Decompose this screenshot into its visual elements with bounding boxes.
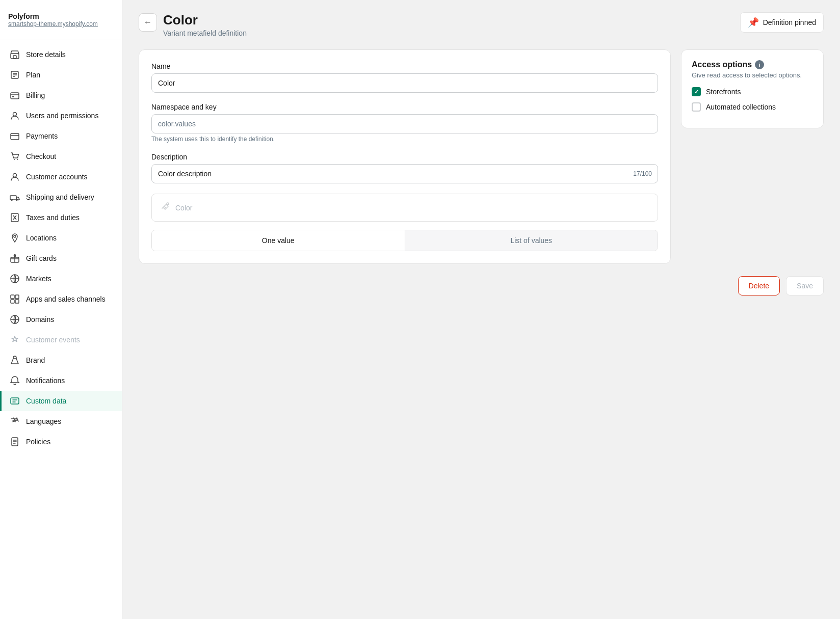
badge-label: Definition pinned bbox=[763, 18, 816, 26]
content-area: Name Namespace and key The system uses t… bbox=[139, 49, 824, 264]
storefronts-checkbox-item: Storefronts bbox=[692, 87, 813, 96]
svg-rect-3 bbox=[11, 93, 19, 99]
svg-rect-18 bbox=[15, 295, 19, 299]
color-type-box: Color bbox=[151, 194, 658, 222]
locations-icon bbox=[10, 233, 20, 243]
sidebar-item-users-permissions[interactable]: Users and permissions bbox=[0, 105, 122, 126]
apps-icon bbox=[10, 294, 20, 304]
sidebar-item-checkout[interactable]: Checkout bbox=[0, 146, 122, 167]
page-header-left: ← Color Variant metafield definition bbox=[139, 12, 247, 37]
sidebar-item-plan[interactable]: Plan bbox=[0, 65, 122, 85]
storefronts-label: Storefronts bbox=[706, 88, 741, 96]
form-card: Name Namespace and key The system uses t… bbox=[139, 49, 671, 264]
storefronts-checkbox[interactable] bbox=[692, 87, 701, 96]
sidebar-item-gift-cards[interactable]: Gift cards bbox=[0, 248, 122, 268]
delete-button[interactable]: Delete bbox=[738, 276, 780, 295]
color-picker-icon bbox=[160, 201, 170, 214]
brand-name: Polyform bbox=[8, 12, 114, 20]
svg-point-11 bbox=[12, 200, 13, 201]
sidebar-item-label: Store details bbox=[26, 50, 66, 59]
customer-accounts-icon bbox=[10, 172, 20, 182]
policies-icon bbox=[10, 437, 20, 447]
main-content: ← Color Variant metafield definition 📌 D… bbox=[122, 0, 840, 619]
name-input[interactable] bbox=[151, 73, 658, 93]
list-of-values-button[interactable]: List of values bbox=[405, 230, 658, 251]
sidebar-item-label: Locations bbox=[26, 234, 57, 242]
automated-collections-checkbox-item: Automated collections bbox=[692, 102, 813, 112]
sidebar-item-label: Users and permissions bbox=[26, 112, 98, 120]
customer-events-icon bbox=[10, 335, 20, 345]
automated-collections-label: Automated collections bbox=[706, 103, 776, 111]
sidebar-item-label: Policies bbox=[26, 438, 50, 446]
description-input[interactable] bbox=[151, 164, 658, 183]
sidebar-item-label: Payments bbox=[26, 132, 58, 140]
sidebar-item-customer-accounts[interactable]: Customer accounts bbox=[0, 167, 122, 187]
sidebar-item-label: Checkout bbox=[26, 152, 56, 160]
notifications-icon bbox=[10, 375, 20, 386]
sidebar-item-shipping-delivery[interactable]: Shipping and delivery bbox=[0, 187, 122, 207]
namespace-input[interactable] bbox=[151, 114, 658, 133]
brand-section: Polyform smartshop-theme.myshopify.com bbox=[0, 8, 122, 36]
sidebar-item-label: Customer accounts bbox=[26, 173, 88, 181]
sidebar-item-billing[interactable]: Billing bbox=[0, 85, 122, 105]
svg-rect-4 bbox=[12, 96, 14, 97]
sidebar-item-label: Plan bbox=[26, 71, 40, 79]
description-label: Description bbox=[151, 153, 658, 161]
sidebar-item-label: Customer events bbox=[26, 336, 80, 344]
sidebar-item-locations[interactable]: Locations bbox=[0, 228, 122, 248]
svg-point-12 bbox=[17, 200, 18, 201]
sidebar-item-label: Brand bbox=[26, 356, 45, 364]
namespace-label: Namespace and key bbox=[151, 103, 658, 111]
sidebar-item-markets[interactable]: Markets bbox=[0, 268, 122, 289]
sidebar-item-customer-events[interactable]: Customer events bbox=[0, 330, 122, 350]
sidebar-item-store-details[interactable]: Store details bbox=[0, 44, 122, 65]
svg-point-8 bbox=[17, 159, 18, 160]
billing-icon bbox=[10, 90, 20, 100]
sidebar-item-brand[interactable]: Brand bbox=[0, 350, 122, 370]
svg-rect-1 bbox=[13, 56, 16, 59]
description-count: 17/100 bbox=[633, 170, 652, 177]
sidebar-item-domains[interactable]: Domains bbox=[0, 309, 122, 330]
taxes-icon bbox=[10, 212, 20, 223]
brand-url[interactable]: smartshop-theme.myshopify.com bbox=[8, 20, 114, 28]
access-title: Access options i bbox=[692, 60, 813, 69]
sidebar-item-payments[interactable]: Payments bbox=[0, 126, 122, 146]
sidebar-item-apps-sales-channels[interactable]: Apps and sales channels bbox=[0, 289, 122, 309]
page-header: ← Color Variant metafield definition 📌 D… bbox=[139, 12, 824, 37]
sidebar-item-taxes-duties[interactable]: Taxes and duties bbox=[0, 207, 122, 228]
info-icon[interactable]: i bbox=[755, 60, 764, 69]
pin-icon: 📌 bbox=[748, 17, 759, 28]
sidebar-item-label: Domains bbox=[26, 315, 54, 324]
sidebar-item-label: Languages bbox=[26, 417, 61, 425]
namespace-hint: The system uses this to identify the def… bbox=[151, 136, 658, 143]
sidebar-item-label: Shipping and delivery bbox=[26, 193, 94, 201]
users-icon bbox=[10, 111, 20, 121]
page-subtitle: Variant metafield definition bbox=[163, 29, 247, 37]
name-group: Name bbox=[151, 62, 658, 93]
sidebar-item-label: Taxes and duties bbox=[26, 213, 80, 222]
store-icon bbox=[10, 49, 20, 60]
sidebar-item-languages[interactable]: Languages bbox=[0, 411, 122, 432]
sidebar-item-label: Gift cards bbox=[26, 254, 57, 262]
svg-point-7 bbox=[14, 159, 15, 160]
languages-icon bbox=[10, 416, 20, 426]
save-button[interactable]: Save bbox=[786, 276, 824, 295]
color-type-label: Color bbox=[175, 204, 192, 212]
back-button[interactable]: ← bbox=[139, 13, 157, 32]
sidebar-item-policies[interactable]: Policies bbox=[0, 432, 122, 452]
svg-rect-17 bbox=[11, 295, 14, 299]
payments-icon bbox=[10, 131, 20, 141]
name-label: Name bbox=[151, 62, 658, 70]
svg-rect-6 bbox=[11, 133, 19, 140]
sidebar-item-custom-data[interactable]: Custom data bbox=[0, 391, 122, 411]
sidebar-item-notifications[interactable]: Notifications bbox=[0, 370, 122, 391]
footer-actions: Delete Save bbox=[139, 276, 824, 295]
sidebar-divider bbox=[0, 40, 122, 40]
definition-pinned-badge: 📌 Definition pinned bbox=[740, 12, 824, 33]
checkout-icon bbox=[10, 151, 20, 162]
automated-collections-checkbox[interactable] bbox=[692, 102, 701, 112]
description-group: Description 17/100 bbox=[151, 153, 658, 183]
one-value-button[interactable]: One value bbox=[152, 230, 405, 251]
gift-cards-icon bbox=[10, 253, 20, 263]
access-options-card: Access options i Give read access to sel… bbox=[681, 49, 824, 128]
